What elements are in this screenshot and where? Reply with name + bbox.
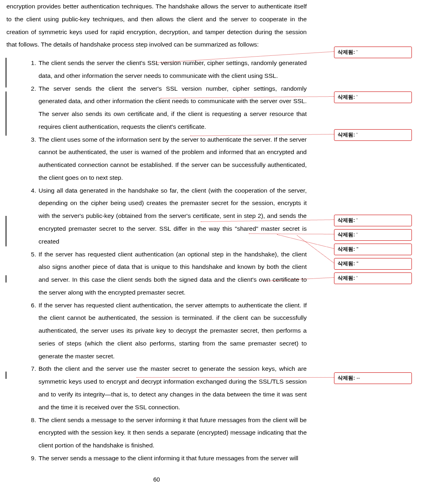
balloon-label: 삭제됨:	[338, 375, 355, 381]
step-text: The client uses some of the information …	[39, 136, 307, 181]
intro-paragraph: encryption provides better authenticatio…	[6, 0, 307, 51]
step-number: 6.	[24, 299, 36, 312]
step-item: 3.The client uses some of the informatio…	[22, 133, 307, 184]
comment-balloon[interactable]: 삭제됨: '	[334, 272, 412, 284]
step-text: Using all data generated in the handshak…	[39, 187, 307, 245]
step-item: 2.The server sends the client the server…	[22, 82, 307, 133]
comment-leader-line	[136, 377, 334, 378]
balloon-value: '	[355, 49, 357, 55]
balloon-value: "	[355, 246, 358, 252]
step-item: 9.The server sends a message to the clie…	[22, 452, 307, 465]
balloon-value: '	[355, 94, 357, 100]
balloon-label: 삭제됨:	[338, 49, 355, 55]
balloon-value: '	[355, 232, 357, 238]
step-item: 4.Using all data generated in the handsh…	[22, 184, 307, 248]
balloon-value: '	[355, 275, 357, 281]
comment-balloon[interactable]: 삭제됨: '	[334, 215, 412, 226]
step-item: 5.If the server has requested client aut…	[22, 248, 307, 299]
balloon-label: 삭제됨:	[338, 94, 355, 100]
step-text: The server sends the client the server's…	[39, 85, 307, 130]
step-number: 8.	[24, 414, 36, 427]
handshake-steps-list: 1.The client sends the server the client…	[22, 57, 307, 465]
step-item: 7.Both the client and the server use the…	[22, 362, 307, 413]
step-text: If the server has requested client authe…	[39, 251, 307, 296]
balloon-label: 삭제됨:	[338, 246, 355, 252]
balloon-value: '	[355, 132, 357, 138]
step-number: 3.	[24, 133, 36, 146]
step-item: 6.If the server has requested client aut…	[22, 299, 307, 363]
comment-balloon[interactable]: 삭제됨: --	[334, 372, 412, 384]
balloon-value: --	[355, 375, 360, 381]
step-text: The server sends a message to the client…	[39, 455, 298, 461]
change-bar	[6, 216, 6, 246]
comment-balloon[interactable]: 삭제됨: "	[334, 244, 412, 255]
balloon-value: "	[355, 260, 358, 266]
comment-balloon[interactable]: 삭제됨: '	[334, 47, 412, 58]
step-item: 1.The client sends the server the client…	[22, 57, 307, 82]
balloon-label: 삭제됨:	[338, 260, 355, 266]
step-text: Both the client and the server use the m…	[39, 365, 307, 410]
change-bar	[6, 275, 6, 282]
step-number: 2.	[24, 82, 36, 95]
comment-balloon[interactable]: 삭제됨: '	[334, 91, 412, 103]
comment-balloon[interactable]: 삭제됨: '	[334, 229, 412, 241]
balloon-label: 삭제됨:	[338, 217, 355, 223]
document-page: encryption provides better authenticatio…	[0, 0, 313, 491]
balloon-label: 삭제됨:	[338, 232, 355, 238]
comment-balloon[interactable]: 삭제됨: "	[334, 258, 412, 270]
step-item: 8.The client sends a message to the serv…	[22, 414, 307, 452]
step-text: The client sends a message to the server…	[39, 417, 307, 449]
balloon-label: 삭제됨:	[338, 132, 355, 138]
step-number: 7.	[24, 362, 36, 375]
balloon-label: 삭제됨:	[338, 275, 355, 281]
page-number: 60	[6, 476, 307, 491]
change-bar	[6, 372, 6, 379]
comment-balloon[interactable]: 삭제됨: '	[334, 129, 412, 141]
step-number: 9.	[24, 452, 36, 465]
change-bar	[6, 91, 6, 136]
change-bar	[6, 58, 6, 87]
step-number: 4.	[24, 184, 36, 197]
balloon-value: '	[355, 217, 357, 223]
step-number: 1.	[24, 57, 36, 69]
step-text: If the server has requested client authe…	[39, 302, 307, 360]
step-number: 5.	[24, 248, 36, 261]
step-text: The client sends the server the client's…	[39, 59, 307, 79]
